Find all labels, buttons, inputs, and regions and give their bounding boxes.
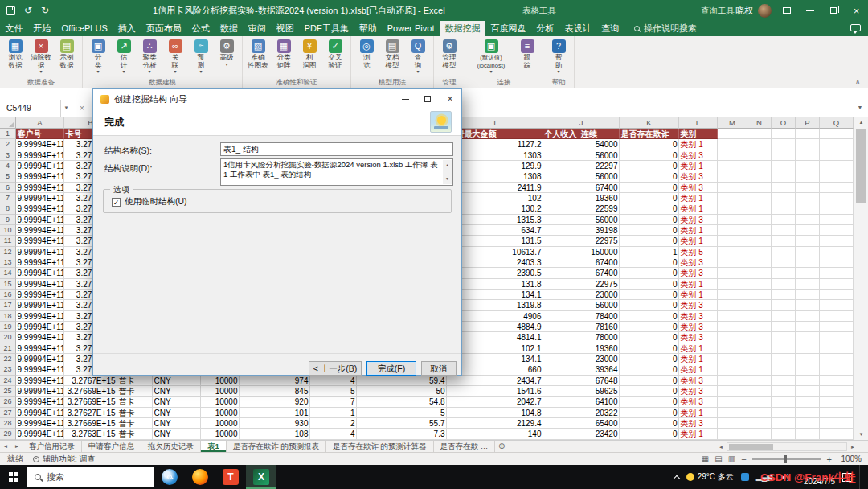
cell-P25[interactable] <box>796 386 820 397</box>
cell-O8[interactable] <box>772 203 796 214</box>
cell-K19[interactable]: 0 <box>620 322 679 332</box>
cell-P22[interactable] <box>796 354 820 364</box>
cell-A10[interactable]: 9.99994E+11 <box>16 225 64 236</box>
row-header-13[interactable]: 13 <box>0 257 16 268</box>
cell-L28[interactable]: 类别 3 <box>679 418 718 429</box>
cell-N25[interactable] <box>747 386 772 397</box>
row-header-2[interactable]: 2 <box>0 139 16 150</box>
new-sheet-button[interactable]: ⊕ <box>495 441 508 452</box>
cell-K1[interactable]: 是否存在欺诈 <box>620 129 679 139</box>
collapse-ribbon-icon[interactable]: ∧ <box>855 78 860 85</box>
cell-F28[interactable]: 930 <box>240 418 310 429</box>
cell-J3[interactable]: 56000 <box>543 150 620 161</box>
cell-K14[interactable]: 0 <box>620 268 679 278</box>
cell-L12[interactable]: 类别 5 <box>679 247 718 257</box>
col-header-P[interactable]: P <box>796 117 820 129</box>
cell-Q7[interactable] <box>820 193 854 203</box>
cell-A5[interactable]: 9.99994E+11 <box>16 171 64 182</box>
browse-data-button[interactable]: ▦浏览数据 <box>2 39 28 69</box>
cell-D27[interactable]: CNY <box>153 408 201 418</box>
sheet-nav-left-icon[interactable]: ◄ <box>0 441 11 452</box>
cell-J5[interactable]: 56000 <box>543 171 620 182</box>
cell-P5[interactable] <box>796 171 820 182</box>
cell-D26[interactable]: CNY <box>153 397 201 407</box>
cell-K29[interactable]: 0 <box>620 429 679 439</box>
cell-H27[interactable]: 5 <box>357 408 447 418</box>
document-model-button[interactable]: ▤文档模型 <box>379 39 405 69</box>
col-header-O[interactable]: O <box>772 117 796 129</box>
cell-N6[interactable] <box>747 183 772 193</box>
cell-J7[interactable]: 19360 <box>543 193 620 203</box>
cell-L21[interactable]: 类别 1 <box>679 343 718 354</box>
cell-M25[interactable] <box>718 386 747 397</box>
cell-O7[interactable] <box>772 193 796 203</box>
cell-Q29[interactable] <box>820 429 854 439</box>
cell-G29[interactable]: 4 <box>310 429 357 439</box>
cancel-button[interactable]: 取消 <box>421 361 457 376</box>
cell-O25[interactable] <box>772 386 796 397</box>
cell-A13[interactable]: 9.99994E+11 <box>16 257 64 268</box>
cell-J20[interactable]: 78000 <box>543 332 620 343</box>
cell-O12[interactable] <box>772 247 796 257</box>
scroll-down-icon[interactable]: ▼ <box>854 429 868 440</box>
cell-K18[interactable]: 0 <box>620 311 679 322</box>
cell-B26[interactable]: 3.27669E+15 <box>64 397 117 407</box>
zoom-slider[interactable] <box>752 458 821 460</box>
sheet-tab-是否存在欺诈 的预测计算器[interactable]: 是否存在欺诈 的预测计算器 <box>326 441 434 452</box>
cell-Q24[interactable] <box>820 376 854 386</box>
horizontal-scroll-track[interactable] <box>727 442 847 451</box>
cell-L13[interactable]: 类别 3 <box>679 257 718 268</box>
finish-button[interactable]: 完成(F) <box>366 361 416 376</box>
cell-H26[interactable]: 54.8 <box>357 397 447 407</box>
cell-O2[interactable] <box>772 139 796 150</box>
cell-O3[interactable] <box>772 150 796 161</box>
start-button[interactable] <box>0 465 27 489</box>
cell-A12[interactable]: 9.99994E+11 <box>16 247 64 257</box>
cell-K16[interactable]: 0 <box>620 290 679 300</box>
row-header-12[interactable]: 12 <box>0 247 16 257</box>
cell-M26[interactable] <box>718 397 747 407</box>
scroll-right-icon[interactable]: ► <box>849 445 857 450</box>
cell-A24[interactable]: 9.99994E+11 <box>16 376 64 386</box>
cell-N3[interactable] <box>747 150 772 161</box>
structure-desc-input[interactable]: 1信用卡风险分析挖掘实验-数据源2024 version 1.xlsb 工作簿 … <box>220 158 453 186</box>
cell-K24[interactable]: 0 <box>620 376 679 386</box>
cell-A9[interactable]: 9.99994E+11 <box>16 215 64 225</box>
close-button[interactable]: × <box>845 0 868 21</box>
cell-A7[interactable]: 9.99994E+11 <box>16 193 64 203</box>
cell-C24[interactable]: 普卡 <box>117 376 153 386</box>
cell-N12[interactable] <box>747 247 772 257</box>
cell-H28[interactable]: 55.7 <box>357 418 447 429</box>
forecast-button[interactable]: ≈预测▾ <box>188 39 214 74</box>
hidden-icons-chevron-icon[interactable] <box>673 475 679 481</box>
col-header-N[interactable]: N <box>747 117 772 129</box>
cell-N27[interactable] <box>747 408 772 418</box>
row-header-5[interactable]: 5 <box>0 171 16 182</box>
cell-N13[interactable] <box>747 257 772 268</box>
zoom-in-icon[interactable]: + <box>827 454 832 464</box>
classification-matrix-button[interactable]: ▦分类矩阵 <box>271 39 297 69</box>
cell-J19[interactable]: 78160 <box>543 322 620 332</box>
cell-J13[interactable]: 67400 <box>543 257 620 268</box>
name-box[interactable]: C5449 <box>0 100 61 117</box>
advanced-button[interactable]: ⚙高级▾ <box>214 39 240 67</box>
cell-I29[interactable]: 140 <box>447 429 543 439</box>
cell-E25[interactable]: 10000 <box>201 386 240 397</box>
cell-L24[interactable]: 类别 3 <box>679 376 718 386</box>
cell-A25[interactable]: 9.99994E+11 <box>16 386 64 397</box>
cell-N29[interactable] <box>747 429 772 439</box>
vertical-scroll-thumb[interactable] <box>856 129 866 203</box>
tray-app-icon[interactable] <box>741 473 749 481</box>
cell-J10[interactable]: 39198 <box>543 225 620 236</box>
row-header-17[interactable]: 17 <box>0 300 16 310</box>
cell-O10[interactable] <box>772 225 796 236</box>
cell-M20[interactable] <box>718 332 747 343</box>
cell-P20[interactable] <box>796 332 820 343</box>
cell-L9[interactable]: 类别 3 <box>679 215 718 225</box>
cell-E28[interactable]: 10000 <box>201 418 240 429</box>
cell-J25[interactable]: 59625 <box>543 386 620 397</box>
cell-O24[interactable] <box>772 376 796 386</box>
cell-N7[interactable] <box>747 193 772 203</box>
cell-Q27[interactable] <box>820 408 854 418</box>
cell-P4[interactable] <box>796 161 820 171</box>
